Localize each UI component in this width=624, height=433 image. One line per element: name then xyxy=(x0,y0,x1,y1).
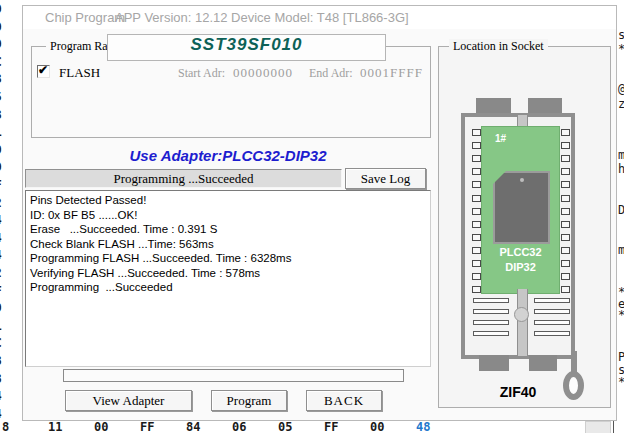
socket-pin-left xyxy=(472,221,481,228)
adapter-board-label-2: DIP32 xyxy=(481,261,560,273)
socket-bottom-tab-right xyxy=(529,355,557,371)
socket-pin-right xyxy=(561,129,570,136)
socket-slot-right xyxy=(534,320,570,325)
background-hex-byte: 06 xyxy=(232,420,246,433)
background-hex-char: 9 xyxy=(0,300,2,315)
dialog-subtitle: APP Version: 12.12 Device Model: T48 [TL… xyxy=(115,10,409,25)
socket-pin-left xyxy=(472,286,481,293)
plcc32-chip xyxy=(493,171,550,244)
socket-pin-right xyxy=(561,168,570,175)
socket-slot-left xyxy=(473,331,509,336)
background-hex-byte: 8 xyxy=(2,420,9,433)
socket-top-tab-right xyxy=(528,98,562,114)
background-hex-char: F xyxy=(0,177,2,192)
dialog-titlebar: Chip Program APP Version: 12.12 Device M… xyxy=(23,6,616,29)
background-hex-char: 1 xyxy=(0,124,2,139)
socket-slot-left xyxy=(473,320,509,325)
socket-pin-left xyxy=(472,247,481,254)
background-hex-char: 3 xyxy=(0,107,2,122)
background-hex-byte: 05 xyxy=(278,420,292,433)
save-log-button[interactable]: Save Log xyxy=(345,168,426,189)
flash-checkbox-label: FLASH xyxy=(59,65,100,81)
log-line: Programming FLASH ...Succeeded. Time : 6… xyxy=(30,251,426,266)
socket-pin-right xyxy=(561,142,570,149)
socket-pin-left xyxy=(472,142,481,149)
socket-pin-left xyxy=(472,208,481,215)
background-hex-char: 4 xyxy=(0,388,2,403)
socket-slot-right xyxy=(534,298,570,303)
dialog-title: Chip Program xyxy=(45,10,125,25)
background-hex-char: 2 xyxy=(0,265,2,280)
socket-bottom-tab-left xyxy=(479,355,509,371)
background-hex-char: 8 xyxy=(0,371,2,386)
background-hex-column: 000C353190F24442F91C8844 xyxy=(0,0,12,433)
log-line: Verifying FLASH ...Succeeded. Time : 578… xyxy=(30,266,426,281)
socket-pin-right xyxy=(561,273,570,280)
background-hex-row: 48 81100FF840605FF00 xyxy=(0,420,624,433)
socket-pin-right xyxy=(561,260,570,267)
socket-pin-left xyxy=(472,260,481,267)
background-hex-char: 0 xyxy=(0,159,2,174)
socket-slot-left xyxy=(473,298,509,303)
operation-progress-bar xyxy=(63,369,404,382)
background-hex-char: 0 xyxy=(0,19,2,34)
background-hex-char: 1 xyxy=(0,318,2,333)
use-adapter-notice: Use Adapter:PLCC32-DIP32 xyxy=(23,147,433,164)
background-ascii-char: z xyxy=(618,97,624,111)
device-name-banner: SST39SF010 xyxy=(107,34,386,61)
socket-pin-right xyxy=(561,286,570,293)
socket-pin-right xyxy=(561,221,570,228)
background-hex-char: C xyxy=(0,54,2,69)
socket-pin-right xyxy=(561,234,570,241)
background-hex-char: 4 xyxy=(0,406,2,421)
end-adr-value: 0001FFFF xyxy=(360,65,423,81)
background-ascii-char: * xyxy=(618,42,624,56)
background-ascii-char: h xyxy=(618,162,624,176)
adapter-board-label-1: PLCC32 xyxy=(481,246,560,258)
background-hex-byte: 00 xyxy=(370,420,384,433)
socket-pin-right xyxy=(561,181,570,188)
background-scrollbar-fragment xyxy=(585,421,611,433)
end-adr-label: End Adr: xyxy=(309,66,353,81)
background-ascii-char: m xyxy=(618,243,624,257)
background-hex-byte: FF xyxy=(140,420,154,433)
background-hex-char: 9 xyxy=(0,142,2,157)
background-hex-char: 3 xyxy=(0,71,2,86)
background-ascii-column: s*@zmhDm*e*Ps* xyxy=(618,0,624,433)
socket-pin-right xyxy=(561,208,570,215)
background-ascii-char: D xyxy=(618,203,624,217)
flash-checkbox[interactable]: ✔ xyxy=(37,65,50,78)
socket-stem-nut xyxy=(514,307,529,322)
checkmark-icon: ✔ xyxy=(38,63,48,77)
location-in-socket-label: Location in Socket xyxy=(449,39,548,54)
chip-corner-cut xyxy=(493,171,506,184)
background-ascii-char: s xyxy=(618,28,624,42)
status-progress-bar: Programming ...Succeeded xyxy=(25,169,342,188)
chip-pin1-dot xyxy=(520,178,524,182)
log-line: Pins Detected Passed! xyxy=(30,193,426,208)
background-hex-char: 5 xyxy=(0,89,2,104)
program-button[interactable]: Program xyxy=(211,390,287,411)
socket-pin-left xyxy=(472,273,481,280)
socket-pin-left xyxy=(472,181,481,188)
view-adapter-button[interactable]: View Adapter xyxy=(65,390,192,411)
background-hex-selected: 48 xyxy=(416,420,430,433)
background-hex-byte: 00 xyxy=(94,420,108,433)
background-hex-byte: 84 xyxy=(186,420,200,433)
screen: { "titlebar": { "title": "Chip Program",… xyxy=(0,0,624,433)
background-hex-char: 0 xyxy=(0,36,2,51)
socket-slot-left xyxy=(473,309,509,314)
background-hex-char: 8 xyxy=(0,353,2,368)
socket-slot-right xyxy=(534,309,570,314)
socket-pin-left xyxy=(472,234,481,241)
background-hex-char: 4 xyxy=(0,247,2,262)
background-ascii-char: P xyxy=(618,350,624,364)
socket-pin-left xyxy=(472,195,481,202)
back-button[interactable]: BACK xyxy=(306,390,382,411)
socket-top-tab-left xyxy=(476,98,511,114)
background-ascii-char: * xyxy=(618,308,624,322)
background-hex-char: 2 xyxy=(0,195,2,210)
background-window-divider xyxy=(613,420,614,433)
log-line: Erase ...Succeeded. Time : 0.391 S xyxy=(30,222,426,237)
log-area[interactable]: Pins Detected Passed!ID: 0x BF B5 ......… xyxy=(25,190,431,367)
